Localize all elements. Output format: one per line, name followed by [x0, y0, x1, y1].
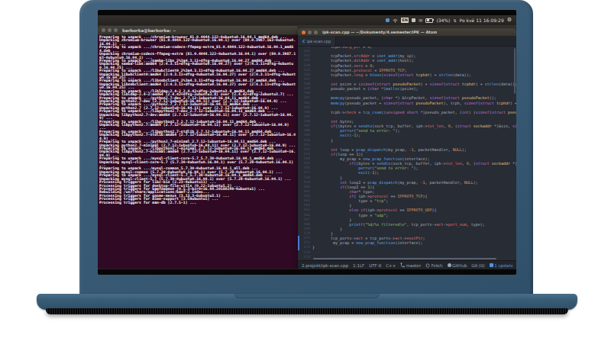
cpp-file-icon: C	[302, 39, 306, 43]
battery-percentage: (34%)	[436, 18, 450, 23]
status-git-changes[interactable]: Git (0)	[471, 263, 485, 268]
branch-icon	[400, 263, 405, 268]
sync-arrows-icon[interactable]: ⇅	[453, 18, 456, 23]
code-editor[interactable]: 5305315325335345355365375385395405415425…	[298, 47, 516, 261]
laptop-base	[37, 294, 577, 310]
tab-ipk-scan-cpp[interactable]: C ipk-scan.cpp	[298, 37, 336, 46]
status-git-branch[interactable]: master	[400, 263, 421, 268]
code-line[interactable]: tcph->check = tcp_csum((unsigned short *…	[312, 110, 516, 114]
laptop-bezel: EN ✉ (34%) ⇅ Po kvě 11 16:09:29 ⚙ barb	[79, 0, 533, 297]
top-panel: EN ✉ (34%) ⇅ Po kvě 11 16:09:29 ⚙	[98, 15, 516, 25]
session-indicator-icon[interactable]	[412, 18, 415, 22]
tab-label: ipk-scan.cpp	[307, 39, 331, 43]
terminal-title: barborka@barborka: ~	[122, 28, 176, 33]
close-button[interactable]	[102, 28, 105, 32]
app-indicator-icon[interactable]	[386, 18, 390, 22]
atom-title: ipk-scan.cpp — ~/Dokumenty/4.semester/IP…	[322, 30, 437, 34]
status-encoding[interactable]: UTF-8	[369, 263, 381, 268]
laptop-mockup: EN ✉ (34%) ⇅ Po kvě 11 16:09:29 ⚙ barb	[0, 0, 611, 364]
minimize-button[interactable]	[308, 31, 312, 34]
minimize-button[interactable]	[108, 28, 112, 32]
clock[interactable]: Po kvě 11 16:09:29	[460, 18, 504, 23]
status-bar: 2.projekt/ipk-scan.cpp 1:1 LF UTF-8 C++	[298, 260, 516, 269]
github-icon	[448, 263, 451, 267]
status-cursor-position[interactable]: 1:1	[353, 263, 360, 268]
battery-icon[interactable]	[425, 18, 433, 23]
laptop-base-notch	[234, 294, 380, 298]
tab-bar: C ipk-scan.cpp	[298, 37, 516, 47]
status-file-path[interactable]: 2.projekt/ipk-scan.cpp	[302, 263, 348, 268]
update-icon	[490, 263, 493, 267]
maximize-button[interactable]	[114, 28, 118, 32]
session-gear-icon[interactable]: ⚙	[507, 18, 512, 23]
atom-window: ipk-scan.cpp — ~/Dokumenty/4.semester/IP…	[298, 28, 516, 269]
status-line-ending[interactable]: LF	[360, 263, 364, 268]
maximize-button[interactable]	[314, 31, 318, 34]
status-updates-button[interactable]: 1 update	[490, 263, 513, 268]
terminal-window: barborka@barborka: ~ Preparing to unpack…	[98, 26, 299, 269]
status-language[interactable]: C++	[386, 263, 396, 268]
code-line[interactable]: memcpy(pseudo_packet + sizeof(struct pse…	[312, 101, 516, 105]
status-github-button[interactable]: GitHub	[448, 263, 467, 268]
laptop-base-bottom	[46, 308, 568, 314]
keyboard-layout-indicator[interactable]: EN	[401, 18, 409, 23]
terminal-line: Processing triggers for man-db (2.7.5-1)…	[99, 201, 297, 205]
horizontal-scrollbar[interactable]	[313, 258, 496, 259]
vertical-scrollbar[interactable]	[514, 48, 516, 94]
atom-titlebar[interactable]: ipk-scan.cpp — ~/Dokumenty/4.semester/IP…	[298, 28, 516, 37]
line-number: 575	[298, 255, 310, 259]
desktop: EN ✉ (34%) ⇅ Po kvě 11 16:09:29 ⚙ barb	[98, 15, 516, 269]
message-indicator-icon[interactable]: ✉	[419, 18, 422, 23]
laptop-screen: EN ✉ (34%) ⇅ Po kvě 11 16:09:29 ⚙ barb	[98, 10, 516, 275]
terminal-titlebar[interactable]: barborka@barborka: ~	[98, 26, 299, 35]
status-fetch-button[interactable]: Fetch	[425, 263, 442, 268]
terminal-output[interactable]: Preparing to unpack .../chromium-browser…	[98, 35, 299, 269]
wifi-icon[interactable]	[393, 18, 398, 23]
line-number-gutter: 5305315325335345355365375385395405415425…	[298, 47, 312, 261]
code-area[interactable]: tcph->urg_ptr = 0; tcpPacket.srcAddr = i…	[312, 47, 516, 261]
fetch-icon	[425, 263, 430, 268]
close-button[interactable]	[302, 31, 306, 34]
